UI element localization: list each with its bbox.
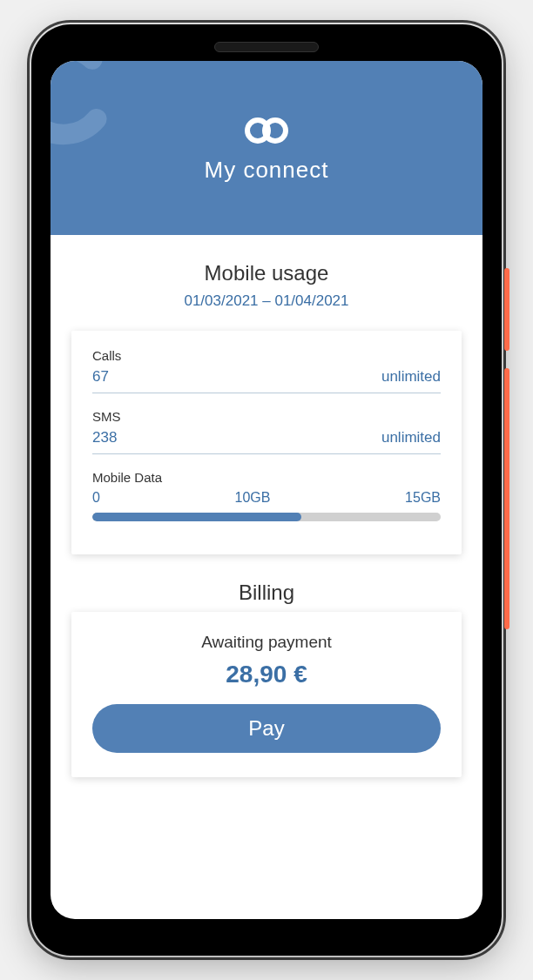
screen: My connect Mobile usage 01/03/2021 – 01/…	[51, 61, 482, 919]
usage-label: Mobile Data	[92, 470, 441, 485]
pay-button[interactable]: Pay	[92, 704, 441, 753]
data-progress-bar	[92, 513, 441, 521]
phone-speaker	[214, 42, 319, 52]
usage-limit: unlimited	[381, 368, 441, 386]
usage-value: 238	[92, 429, 117, 446]
main-content: Mobile usage 01/03/2021 – 01/04/2021 Cal…	[51, 235, 482, 821]
app-header: My connect	[51, 61, 482, 235]
billing-status: Awaiting payment	[92, 633, 441, 652]
data-mid: 10GB	[235, 490, 271, 506]
header-bg-decoration	[51, 61, 120, 148]
billing-section-title: Billing	[71, 581, 462, 605]
usage-limit: unlimited	[381, 429, 441, 446]
usage-label: SMS	[92, 409, 441, 424]
usage-value: 67	[92, 368, 109, 386]
billing-amount: 28,90 €	[92, 661, 441, 688]
data-progress-fill	[92, 513, 301, 521]
usage-date-range: 01/03/2021 – 01/04/2021	[71, 292, 462, 310]
usage-row-data: Mobile Data 0 10GB 15GB	[92, 470, 441, 521]
app-title: My connect	[205, 157, 329, 184]
side-button-accent	[504, 368, 509, 629]
divider	[92, 453, 441, 454]
data-end: 15GB	[405, 490, 441, 506]
usage-label: Calls	[92, 348, 441, 363]
phone-frame: My connect Mobile usage 01/03/2021 – 01/…	[31, 24, 502, 956]
side-button-accent	[504, 268, 509, 351]
data-start: 0	[92, 490, 100, 506]
divider	[92, 393, 441, 393]
usage-card: Calls 67 unlimited SMS 238 unlimited	[71, 331, 462, 554]
billing-card: Awaiting payment 28,90 € Pay	[71, 612, 462, 777]
app-logo-icon	[240, 113, 293, 148]
usage-row-calls: Calls 67 unlimited	[92, 348, 441, 393]
usage-section-title: Mobile usage	[71, 261, 462, 285]
svg-point-0	[51, 61, 120, 148]
usage-row-sms: SMS 238 unlimited	[92, 409, 441, 454]
